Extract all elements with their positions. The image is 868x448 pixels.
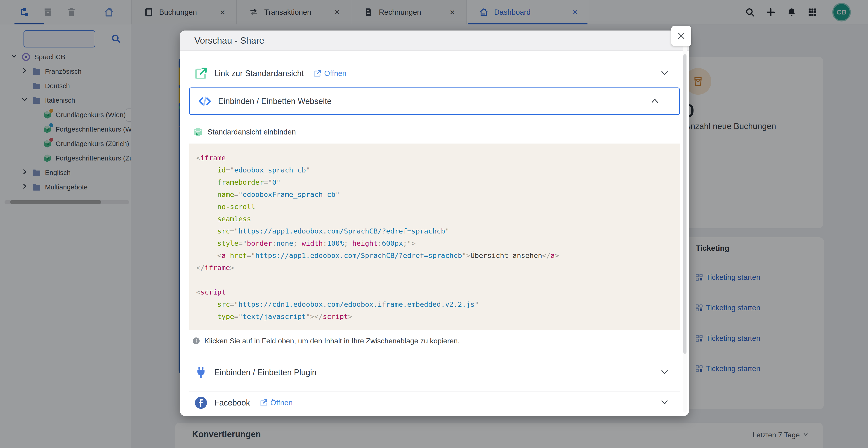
code-line: <script [196, 286, 675, 298]
package-icon [193, 127, 204, 137]
external-link-icon [194, 67, 208, 80]
row-label: Link zur Standardansicht [214, 69, 304, 78]
chevron-up-icon [651, 98, 658, 104]
code-icon [198, 95, 211, 108]
row-label: Facebook [214, 398, 250, 408]
accordion-row-embed-website[interactable]: Einbinden / Einbetten Webseite [189, 88, 680, 115]
modal-title: Vorschau - Share [194, 35, 264, 46]
divider [189, 357, 680, 357]
code-line: type="text/javascript"></script> [196, 310, 675, 323]
row-label: Einbinden / Einbetten Plugin [214, 368, 316, 377]
code-line: src="https://cdn1.edoobox.com/edoobox.if… [196, 298, 675, 310]
facebook-icon [194, 396, 208, 409]
row-label: Einbinden / Einbetten Webseite [218, 97, 332, 106]
code-line: no-scroll [196, 200, 675, 213]
modal-scrollbar-thumb[interactable] [683, 54, 686, 354]
open-link[interactable]: Öffnen [260, 398, 292, 407]
share-preview-modal: Vorschau - Share Link zur Standardansich… [180, 31, 689, 416]
accordion-row-standard-link[interactable]: Link zur Standardansicht Öffnen [180, 60, 689, 87]
open-link-label: Öffnen [270, 398, 292, 407]
copy-hint: Klicken Sie auf in Feld oben, um den Inh… [180, 337, 689, 345]
copy-hint-text: Klicken Sie auf in Feld oben, um den Inh… [204, 337, 460, 345]
code-line: id="edoobox_sprach cb" [196, 164, 675, 176]
info-icon [192, 337, 200, 345]
plug-icon [194, 366, 208, 379]
code-line: src="https://app1.edoobox.com/SprachCB/?… [196, 225, 675, 237]
open-link-label: Öffnen [324, 69, 346, 78]
code-line: seamless [196, 213, 675, 225]
code-line: <iframe [196, 152, 675, 164]
close-button[interactable] [671, 26, 691, 46]
code-line: <a href="https://app1.edoobox.com/Sprach… [196, 249, 675, 261]
app-window: 0 Anzahl neue Buchungen Ticketing Ticket… [0, 0, 868, 448]
code-line: style="border:none; width:100%; height:6… [196, 237, 675, 249]
code-line: </iframe> [196, 261, 675, 274]
code-line: frameborder="0" [196, 176, 675, 188]
embed-code-field[interactable]: <iframe id="edoobox_sprach cb" framebord… [189, 143, 680, 330]
chevron-down-icon [661, 369, 668, 376]
modal-header: Vorschau - Share [180, 31, 689, 51]
chevron-down-icon [661, 70, 668, 76]
chevron-down-icon [661, 399, 668, 406]
embed-section-label: Standardansicht einbinden [208, 128, 296, 136]
code-line: name="edooboxFrame_sprach cb" [196, 188, 675, 200]
accordion-row-embed-plugin[interactable]: Einbinden / Einbetten Plugin [180, 359, 689, 386]
embed-section-header: Standardansicht einbinden [180, 124, 689, 140]
code-line [196, 274, 675, 286]
open-link[interactable]: Öffnen [314, 69, 346, 78]
accordion-row-facebook[interactable]: Facebook Öffnen [180, 392, 689, 414]
